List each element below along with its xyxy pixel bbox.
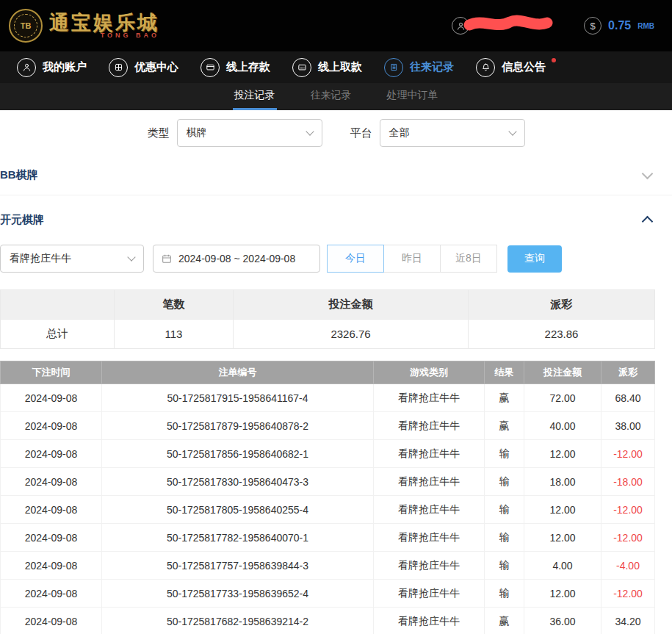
dollar-icon: $ (584, 17, 601, 35)
table-row: 2024-09-08 50-1725817682-1958639214-2 看牌… (1, 608, 655, 634)
payout-cell: 38.00 (601, 412, 655, 440)
bet-amount-cell: 12.00 (524, 580, 601, 608)
casino-chip-icon: TB (9, 9, 43, 43)
type-filter-group: 类型 棋牌 (148, 119, 322, 147)
nav-label: 线上存款 (226, 60, 270, 74)
payout-cell: -12.00 (601, 524, 655, 552)
nav-item-announcements[interactable]: 信息公告 (465, 51, 557, 83)
table-header-row: 下注时间 注单编号 游戏类别 结果 投注金额 派彩 (1, 361, 655, 384)
tab-bet-records[interactable]: 投注记录 (233, 83, 277, 110)
notification-dot (552, 58, 556, 62)
summary-total-row: 总计 113 2326.76 223.86 (1, 320, 655, 349)
game-type-cell: 看牌抢庄牛牛 (374, 412, 485, 440)
result-cell: 输 (485, 468, 524, 496)
type-label: 类型 (148, 126, 170, 140)
chevron-down-icon (127, 253, 135, 261)
payout-cell: -4.00 (601, 552, 655, 580)
payout-cell: -12.00 (601, 580, 655, 608)
bet-time-cell: 2024-09-08 (1, 552, 102, 580)
nav-label: 我的账户 (43, 60, 87, 74)
grid-icon (109, 58, 128, 77)
bet-id-cell: 50-1725817757-1958639844-3 (102, 552, 374, 580)
section-bb-qipai[interactable]: BB棋牌 (0, 156, 672, 195)
bet-id-cell: 50-1725817782-1958640070-1 (102, 524, 374, 552)
type-select[interactable]: 棋牌 (177, 119, 322, 147)
nav-label: 信息公告 (502, 60, 546, 74)
logo-text: 通宝娱乐城 TONG BAO (49, 12, 159, 40)
bet-amount-cell: 12.00 (524, 440, 601, 468)
yesterday-button[interactable]: 昨日 (383, 245, 441, 273)
result-cell: 赢 (485, 384, 524, 412)
table-row: 2024-09-08 50-1725817856-1958640682-1 看牌… (1, 440, 655, 468)
platform-select[interactable]: 全部 (380, 119, 525, 147)
result-cell: 输 (485, 524, 524, 552)
table-row: 2024-09-08 50-1725817757-1958639844-3 看牌… (1, 552, 655, 580)
bet-amount-cell: 36.00 (524, 608, 601, 634)
nav-item-withdraw[interactable]: 线上取款 (281, 51, 373, 83)
user-account-area[interactable] (452, 15, 553, 37)
game-type-cell: 看牌抢庄牛牛 (374, 496, 485, 524)
payout-cell: 68.40 (601, 384, 655, 412)
bet-id-cell: 50-1725817879-1958640878-2 (102, 412, 374, 440)
withdraw-card-icon (292, 58, 311, 77)
result-cell: 赢 (485, 608, 524, 634)
game-type-cell: 看牌抢庄牛牛 (374, 580, 485, 608)
bet-amount-cell: 12.00 (524, 496, 601, 524)
summary-total-payout: 223.86 (469, 320, 655, 349)
summary-total-label: 总计 (1, 320, 115, 349)
bet-id-cell: 50-1725817682-1958639214-2 (102, 608, 374, 634)
nav-item-my-account[interactable]: 我的账户 (6, 51, 98, 83)
bet-id-cell: 50-1725817856-1958640682-1 (102, 440, 374, 468)
summary-total-count: 113 (115, 320, 234, 349)
bet-id-cell: 50-1725817805-1958640255-4 (102, 496, 374, 524)
summary-header-row: 笔数 投注金额 派彩 (1, 290, 655, 320)
game-type-cell: 看牌抢庄牛牛 (374, 608, 485, 634)
logo-title-cn: 通宝娱乐城 (49, 12, 159, 35)
nav-item-deposit[interactable]: 线上存款 (189, 51, 281, 83)
game-type-cell: 看牌抢庄牛牛 (374, 384, 485, 412)
table-row: 2024-09-08 50-1725817805-1958640255-4 看牌… (1, 496, 655, 524)
payout-cell: 34.20 (601, 608, 655, 634)
result-cell: 输 (485, 440, 524, 468)
summary-header-count: 笔数 (115, 290, 234, 320)
quick-date-buttons: 今日 昨日 近8日 (328, 245, 497, 273)
platform-label: 平台 (350, 126, 372, 140)
date-range-picker[interactable]: 2024-09-08 ~ 2024-09-08 (153, 245, 320, 273)
header-bet-time: 下注时间 (1, 361, 102, 384)
deposit-card-icon (200, 58, 220, 77)
summary-header-payout: 派彩 (469, 290, 655, 320)
summary-total-amount: 2326.76 (234, 320, 469, 349)
logo[interactable]: TB 通宝娱乐城 TONG BAO (9, 9, 159, 43)
filter-row: 类型 棋牌 平台 全部 (0, 110, 672, 156)
section-kaiyuan-qipai[interactable]: 开元棋牌 (0, 195, 672, 244)
balance-currency: RMB (637, 22, 654, 30)
last-8-days-button[interactable]: 近8日 (440, 245, 497, 273)
bet-amount-cell: 12.00 (524, 524, 601, 552)
calendar-icon (161, 253, 173, 264)
user-icon (17, 58, 36, 77)
section-title: 开元棋牌 (0, 213, 44, 227)
tab-pending-orders[interactable]: 处理中订单 (386, 83, 440, 110)
bet-time-cell: 2024-09-08 (1, 524, 102, 552)
section-title: BB棋牌 (0, 168, 38, 182)
balance-amount: 0.75 (608, 19, 631, 32)
tab-transaction-records[interactable]: 往来记录 (309, 83, 353, 110)
header-bet-id: 注单编号 (102, 361, 374, 384)
chevron-down-icon (642, 168, 654, 180)
bet-amount-cell: 72.00 (524, 384, 601, 412)
summary-table: 笔数 投注金额 派彩 总计 113 2326.76 223.86 (0, 289, 655, 349)
chip-label: TB (14, 14, 37, 37)
nav-label: 往来记录 (410, 60, 454, 74)
nav-item-transaction-records[interactable]: 往来记录 (373, 51, 465, 83)
search-button[interactable]: 查询 (507, 245, 562, 273)
today-button[interactable]: 今日 (327, 245, 384, 273)
records-list-icon (384, 58, 403, 77)
nav-item-promotions[interactable]: 优惠中心 (98, 51, 189, 83)
bet-time-cell: 2024-09-08 (1, 496, 102, 524)
logo-title-en: TONG BAO (49, 32, 159, 39)
record-tabs: 投注记录 往来记录 处理中订单 (0, 83, 672, 110)
date-range-value: 2024-09-08 ~ 2024-09-08 (178, 253, 295, 264)
table-row: 2024-09-08 50-1725817733-1958639652-4 看牌… (1, 580, 655, 608)
game-select[interactable]: 看牌抢庄牛牛 (0, 245, 144, 273)
bet-id-cell: 50-1725817733-1958639652-4 (102, 580, 374, 608)
